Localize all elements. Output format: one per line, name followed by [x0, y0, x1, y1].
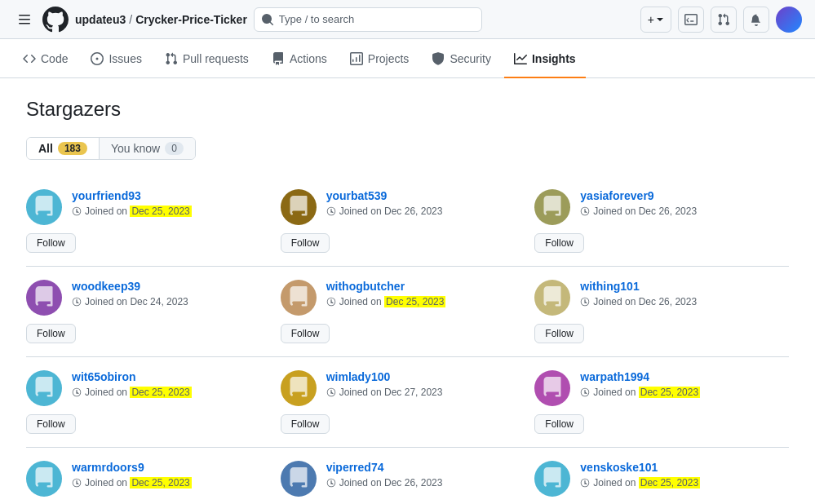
search-bar[interactable]: Type / to search [254, 7, 482, 32]
stargazer-card: wit65obiron Joined on Dec 25, 2023 Follo… [26, 357, 281, 448]
stargazer-info: yasiaforever9 Joined on Dec 26, 2023 [580, 189, 776, 217]
follow-button[interactable]: Follow [281, 233, 330, 253]
actions-icon [272, 52, 285, 65]
joined-date: Joined on Dec 26, 2023 [580, 206, 776, 217]
github-logo-icon[interactable] [42, 7, 69, 33]
subnav-code[interactable]: Code [13, 40, 78, 78]
repo-owner[interactable]: updateu3 [75, 13, 126, 26]
subnav-security-label: Security [450, 52, 491, 65]
clock-icon [580, 387, 590, 397]
stargazer-info: woodkeep39 Joined on Dec 24, 2023 [72, 280, 268, 307]
stargazer-info: yourbat539 Joined on Dec 26, 2023 [326, 189, 522, 217]
stargazer-card: withogbutcher Joined on Dec 25, 2023 Fol… [281, 267, 535, 357]
joined-date: Joined on Dec 27, 2023 [326, 387, 522, 398]
highlight-date: Dec 25, 2023 [130, 387, 191, 398]
joined-date: Joined on Dec 26, 2023 [326, 206, 522, 217]
navbar-right: + [640, 7, 802, 33]
user-avatar[interactable] [776, 7, 802, 33]
repo-name[interactable]: Crycker-Price-Ticker [135, 13, 247, 26]
stargazer-info: venskoske101 Joined on Dec 25, 2023 [580, 461, 776, 489]
follow-button[interactable]: Follow [281, 414, 330, 434]
stargazer-card: warpath1994 Joined on Dec 25, 2023 Follo… [534, 357, 789, 448]
subnav-pull-requests[interactable]: Pull requests [155, 40, 259, 78]
avatar [534, 370, 570, 406]
add-button[interactable]: + [640, 7, 671, 33]
stargazers-grid: yourfriend93 Joined on Dec 25, 2023 Foll… [26, 176, 789, 504]
stargazer-card: venskoske101 Joined on Dec 25, 2023 Foll… [534, 448, 789, 504]
breadcrumb: updateu3 / Crycker-Price-Ticker [75, 13, 247, 26]
stargazer-card: withing101 Joined on Dec 26, 2023 Follow [534, 267, 789, 357]
pull-request-icon-button[interactable] [711, 7, 737, 33]
stargazer-card: yasiaforever9 Joined on Dec 26, 2023 Fol… [534, 176, 789, 267]
joined-date: Joined on Dec 25, 2023 [72, 477, 268, 489]
filter-tab-all[interactable]: All 183 [27, 138, 99, 159]
stargazer-top: woodkeep39 Joined on Dec 24, 2023 [26, 280, 268, 316]
follow-button[interactable]: Follow [534, 414, 584, 434]
follow-button[interactable]: Follow [26, 324, 76, 343]
stargazer-username[interactable]: woodkeep39 [72, 280, 268, 293]
stargazer-username[interactable]: withing101 [580, 280, 776, 293]
navbar-left: updateu3 / Crycker-Price-Ticker Type / t… [13, 7, 634, 33]
avatar [534, 461, 570, 497]
subnav-pr-label: Pull requests [183, 52, 249, 65]
joined-date: Joined on Dec 25, 2023 [580, 387, 776, 398]
terminal-icon-button[interactable] [678, 7, 704, 33]
main-content: Stargazers All 183 You know 0 yourfriend… [0, 78, 815, 504]
subnav-actions-label: Actions [290, 52, 327, 65]
stargazer-username[interactable]: warmrdoors9 [72, 461, 268, 474]
avatar [26, 280, 62, 316]
highlight-date: Dec 25, 2023 [384, 296, 445, 307]
all-count-badge: 183 [58, 142, 87, 155]
stargazer-top: wit65obiron Joined on Dec 25, 2023 [26, 370, 268, 406]
subnav-security[interactable]: Security [422, 40, 501, 78]
joined-date: Joined on Dec 24, 2023 [72, 296, 268, 307]
subnav-projects[interactable]: Projects [340, 40, 419, 78]
stargazer-username[interactable]: wimlady100 [326, 370, 522, 383]
follow-button[interactable]: Follow [534, 324, 584, 343]
subnav-issues[interactable]: Issues [81, 40, 151, 78]
page-title: Stargazers [26, 98, 789, 121]
stargazer-username[interactable]: wit65obiron [72, 370, 268, 383]
filter-all-label: All [38, 142, 53, 155]
subnav-projects-label: Projects [368, 52, 410, 65]
joined-date: Joined on Dec 25, 2023 [580, 477, 776, 489]
stargazer-info: yourfriend93 Joined on Dec 25, 2023 [72, 189, 268, 217]
highlight-date: Dec 25, 2023 [639, 477, 700, 489]
subnav-code-label: Code [41, 52, 68, 65]
hamburger-menu-button[interactable] [13, 8, 36, 31]
follow-button[interactable]: Follow [281, 324, 330, 343]
follow-button[interactable]: Follow [26, 414, 76, 434]
stargazer-username[interactable]: yourfriend93 [72, 189, 268, 202]
avatar [26, 370, 62, 406]
stargazer-top: warpath1994 Joined on Dec 25, 2023 [534, 370, 776, 406]
highlight-date: Dec 25, 2023 [639, 387, 700, 398]
follow-button[interactable]: Follow [26, 233, 76, 253]
stargazer-username[interactable]: warpath1994 [580, 370, 776, 383]
stargazer-top: yasiaforever9 Joined on Dec 26, 2023 [534, 189, 776, 225]
filter-tab-you-know[interactable]: You know 0 [99, 138, 195, 159]
stargazer-info: viperred74 Joined on Dec 26, 2023 [326, 461, 522, 489]
stargazer-top: yourbat539 Joined on Dec 26, 2023 [281, 189, 522, 225]
filter-tabs: All 183 You know 0 [26, 137, 196, 160]
clock-icon [326, 297, 336, 307]
stargazer-top: withogbutcher Joined on Dec 25, 2023 [281, 280, 522, 316]
top-navbar: updateu3 / Crycker-Price-Ticker Type / t… [0, 0, 815, 39]
stargazer-top: warmrdoors9 Joined on Dec 25, 2023 [26, 461, 268, 497]
stargazer-info: wit65obiron Joined on Dec 25, 2023 [72, 370, 268, 398]
stargazer-username[interactable]: yourbat539 [326, 189, 522, 202]
subnav-actions[interactable]: Actions [262, 40, 337, 78]
stargazer-username[interactable]: yasiaforever9 [580, 189, 776, 202]
notifications-icon-button[interactable] [743, 7, 769, 33]
joined-date: Joined on Dec 25, 2023 [72, 387, 268, 398]
know-count-badge: 0 [165, 142, 184, 155]
subnav-insights[interactable]: Insights [504, 40, 586, 78]
stargazer-card: yourbat539 Joined on Dec 26, 2023 Follow [281, 176, 535, 267]
follow-button[interactable]: Follow [534, 233, 584, 253]
clock-icon [72, 206, 82, 216]
clock-icon [580, 206, 590, 216]
clock-icon [580, 478, 590, 488]
subnav: Code Issues Pull requests Actions Projec… [0, 39, 815, 78]
stargazer-username[interactable]: withogbutcher [326, 280, 522, 293]
stargazer-username[interactable]: venskoske101 [580, 461, 776, 474]
stargazer-username[interactable]: viperred74 [326, 461, 522, 474]
